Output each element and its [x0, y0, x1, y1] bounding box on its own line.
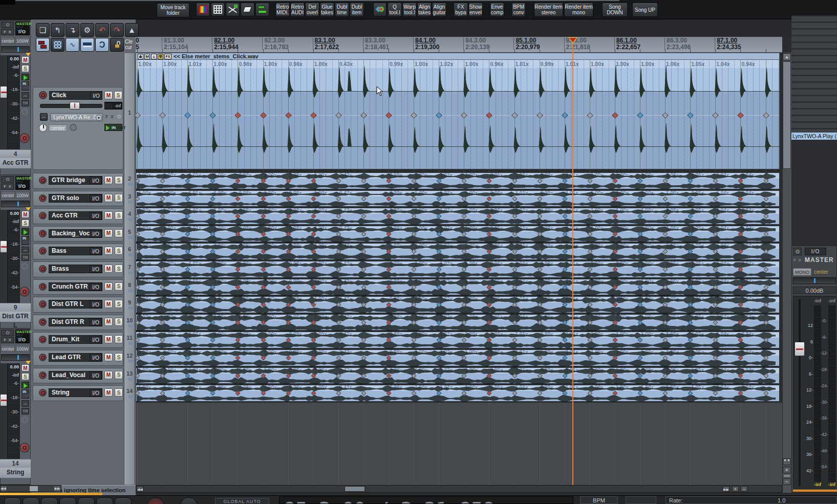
mute-button[interactable]: M	[104, 353, 113, 361]
vzoom-out-button[interactable]: −	[783, 478, 791, 485]
move-track-folder-button[interactable]: Move track folder	[157, 3, 189, 17]
transport-button-2[interactable]	[41, 497, 58, 504]
edit-button-5[interactable]: Dubl item	[350, 3, 364, 17]
strip-master-block[interactable]: MASTERRCV SNDI/O	[15, 21, 30, 35]
metronome-icon-button[interactable]: ▲	[125, 23, 139, 37]
item-bars-icon-button[interactable]	[255, 3, 269, 16]
io-button[interactable]: I/O	[90, 318, 102, 326]
vscroll-up-icon[interactable]: ▲	[783, 53, 791, 60]
chevron-down-icon[interactable]: ▼	[96, 115, 102, 121]
strip-solo-button[interactable]: S	[22, 373, 29, 380]
scroll-bottom-icon[interactable]: ▼▼	[783, 458, 791, 465]
io-button[interactable]: I/O	[90, 283, 102, 291]
transport-button-6[interactable]	[115, 497, 132, 504]
master-mono-button[interactable]: MONO	[793, 268, 811, 276]
io-button[interactable]: I/O	[90, 354, 102, 361]
strip-fx-button[interactable]: F X	[1, 183, 14, 190]
edit-button-0[interactable]: Retro MIDI.	[275, 3, 290, 17]
mixer-scroll-thumb[interactable]	[30, 486, 38, 491]
docker-list-row[interactable]	[791, 30, 837, 35]
power-icon[interactable]: ⏻	[116, 113, 122, 121]
solo-button[interactable]: S	[115, 176, 123, 184]
input-monitor-button[interactable]: INOUT	[104, 124, 122, 131]
strip-monitor-button[interactable]	[22, 228, 29, 235]
docker-list-row[interactable]	[791, 76, 837, 81]
docker-list-row[interactable]	[791, 90, 837, 95]
strip-master-block[interactable]: MASTERRCV SNDI/O	[15, 176, 30, 190]
mute-button[interactable]: M	[104, 265, 113, 273]
playhead-marker[interactable]	[569, 38, 576, 42]
docker-list-row[interactable]	[791, 123, 837, 128]
strip-solo-button[interactable]: S	[22, 65, 29, 72]
stretch-marker-tool-button[interactable]: Ɔ	[373, 3, 387, 16]
grid-dots-icon-button[interactable]	[51, 38, 65, 52]
time-display[interactable]: 85.3.00 / 2:21,858	[279, 496, 573, 504]
io-button[interactable]: I/O	[90, 247, 102, 255]
docker-list-row[interactable]	[791, 63, 837, 68]
pan-knob-click[interactable]	[39, 124, 47, 132]
strip-env-button[interactable]: ︿	[22, 400, 29, 407]
mute-button[interactable]: M	[104, 335, 113, 343]
strip-pan-slider[interactable]	[1, 354, 30, 361]
item-lock-icon[interactable]	[138, 54, 143, 59]
hzoom-out-button[interactable]: −	[741, 486, 747, 492]
import-down-icon-button[interactable]: ↴	[66, 23, 79, 37]
render-button-0[interactable]: Render item stereo	[534, 3, 563, 17]
strip-fx-button[interactable]: F X	[1, 337, 14, 343]
strip-mute-button[interactable]: M	[22, 211, 29, 218]
strip-fader-knob[interactable]	[0, 240, 7, 253]
clip-indicator-icon[interactable]	[26, 361, 31, 364]
io-button[interactable]: I/O	[90, 336, 102, 343]
strip-solo-button[interactable]: S	[22, 220, 29, 227]
edit-button-2[interactable]: Del overl	[305, 3, 319, 17]
undo-icon-button[interactable]: ↶	[95, 23, 109, 37]
strip-inout-button[interactable]: INOUT	[22, 236, 29, 245]
ruler-icon-button[interactable]	[80, 38, 94, 52]
strip-fader-knob[interactable]	[0, 394, 7, 406]
strip-mute-button[interactable]: M	[22, 56, 29, 63]
strip-mute-button[interactable]: M	[22, 364, 29, 371]
route-combo-click[interactable]: LynxTWO-A Re..01▼	[50, 113, 103, 121]
enve-button-0[interactable]: Enve comp	[490, 3, 504, 17]
colors-icon-button[interactable]	[196, 3, 210, 16]
strip-width-label[interactable]: 100W	[15, 191, 30, 199]
record-arm-button[interactable]	[19, 443, 30, 453]
mute-button[interactable]: M	[104, 300, 113, 308]
strip-width-label[interactable]: 100W	[15, 345, 30, 352]
clip-indicator-icon[interactable]	[26, 207, 31, 211]
strip-env-button[interactable]: ︿	[22, 92, 29, 99]
strip-pan-label[interactable]: center	[1, 37, 15, 44]
clip-indicator-icon[interactable]	[26, 53, 31, 56]
eraser-icon-button[interactable]	[241, 3, 254, 16]
io-button[interactable]: I/O	[90, 212, 102, 220]
item-mute-icon[interactable]: M	[144, 54, 150, 59]
mute-button[interactable]: M	[104, 388, 113, 397]
docker-list-row[interactable]	[791, 116, 837, 121]
strip-monitor-button[interactable]	[22, 382, 29, 388]
edit-button-4[interactable]: Dubl time	[335, 3, 349, 17]
transport-button-0[interactable]	[4, 497, 21, 504]
master-gain-readout[interactable]: 0.00dB	[793, 287, 836, 294]
hzoom-in-button[interactable]: +	[732, 486, 739, 492]
record-arm-button[interactable]	[39, 91, 47, 99]
strip-tr-button[interactable]: TR	[22, 100, 29, 106]
fold-button-click[interactable]: ︿	[40, 113, 48, 121]
strip-env-button[interactable]: ︿	[22, 247, 29, 253]
fx-button-click[interactable]: F X	[105, 113, 115, 121]
master-pan-slider[interactable]	[793, 277, 836, 284]
scroll-right-icon[interactable]: ▶▶	[54, 486, 60, 491]
docker-list-row[interactable]	[791, 16, 837, 21]
strip-pan-label[interactable]: center	[1, 345, 15, 352]
song-down-button[interactable]: Song DOWN	[602, 3, 628, 17]
scroll-left-icon[interactable]: ◀◀	[1, 486, 6, 491]
docker-list-row[interactable]	[791, 109, 837, 115]
vscroll-thumb[interactable]	[783, 61, 791, 169]
item-group-icon-button[interactable]	[36, 38, 50, 52]
item-notes-icon[interactable]: ≡	[151, 54, 157, 59]
strip-pan-label[interactable]: center	[1, 191, 15, 199]
docker-list-row[interactable]	[791, 23, 837, 28]
strip-width-label[interactable]: 100W	[15, 37, 30, 44]
record-arm-button[interactable]	[39, 354, 47, 361]
record-arm-button[interactable]	[39, 318, 47, 326]
io-button-click[interactable]: I/O	[90, 92, 102, 99]
